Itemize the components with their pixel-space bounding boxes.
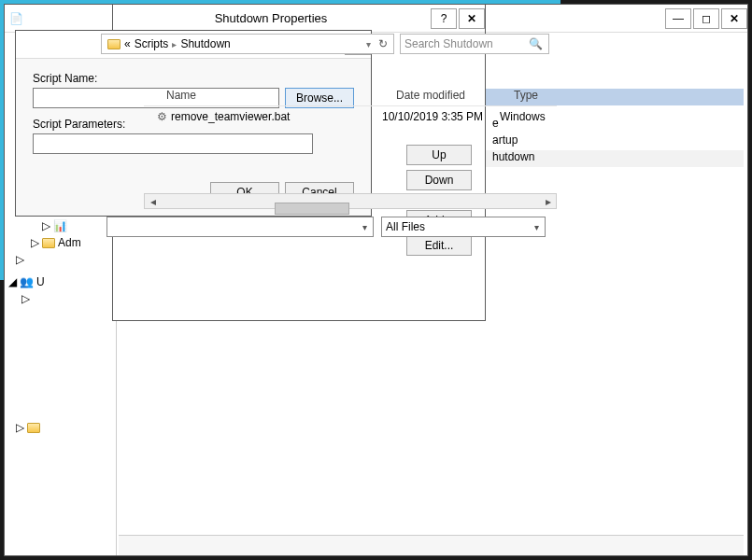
minimize-button[interactable]: —	[665, 8, 691, 29]
filetype-select[interactable]: All Files	[381, 217, 546, 237]
scroll-left-icon[interactable]: ◂	[145, 195, 161, 208]
file-row[interactable]: ⚙ remove_teamviewer.bat 10/10/2019 3:35 …	[144, 106, 557, 127]
tree-node[interactable]: ▷Adm	[5, 234, 116, 251]
tree-node[interactable]: ▷	[5, 290, 116, 307]
folder-icon	[107, 39, 121, 49]
column-date[interactable]: Date modified	[389, 86, 506, 105]
search-placeholder: Search Shutdown	[404, 37, 493, 50]
edit-button[interactable]: Edit...	[406, 235, 472, 256]
refresh-icon[interactable]: ↻	[378, 37, 388, 50]
path-bar[interactable]: « Scripts ▸ Shutdown ▾ ↻	[101, 34, 394, 54]
chevron-down-icon[interactable]: ▾	[366, 39, 371, 49]
horizontal-scrollbar[interactable]: ◂ ▸	[144, 193, 557, 209]
window-title: Shutdown Properties	[113, 11, 429, 25]
file-type: Windows	[500, 110, 546, 123]
path-segment[interactable]: Shutdown	[180, 37, 230, 50]
close-button[interactable]: ✕	[459, 8, 485, 29]
search-icon: 🔍	[529, 37, 543, 50]
column-name[interactable]: Name	[159, 86, 389, 105]
file-date: 10/10/2019 3:35 PM	[382, 110, 500, 123]
path-prefix: «	[124, 37, 131, 50]
file-list: Name Date modified Type ⚙ remove_teamvie…	[144, 86, 557, 209]
column-type[interactable]: Type	[506, 86, 546, 105]
chevron-right-icon: ▸	[172, 39, 177, 49]
file-name: remove_teamviewer.bat	[167, 110, 382, 123]
tree-node[interactable]: ▷	[5, 251, 116, 268]
help-button[interactable]: ?	[431, 8, 457, 29]
scroll-thumb[interactable]	[275, 203, 349, 215]
titlebar: Shutdown Properties ? ✕	[113, 5, 485, 33]
scroll-right-icon[interactable]: ▸	[540, 195, 556, 208]
app-icon: 📄	[5, 11, 20, 26]
maximize-button[interactable]: ◻	[693, 8, 719, 29]
tree-node[interactable]: ▷📊	[5, 217, 116, 234]
script-name-label: Script Name:	[33, 72, 354, 85]
batch-file-icon: ⚙	[157, 110, 167, 123]
close-button[interactable]: ✕	[721, 8, 747, 29]
status-bar	[119, 535, 744, 555]
tree-node[interactable]: ▷	[5, 419, 116, 436]
search-input[interactable]: Search Shutdown 🔍	[400, 34, 549, 54]
filename-input[interactable]	[106, 217, 374, 237]
path-segment[interactable]: Scripts	[135, 37, 169, 50]
tree-node[interactable]: ◢👥U	[5, 273, 116, 290]
